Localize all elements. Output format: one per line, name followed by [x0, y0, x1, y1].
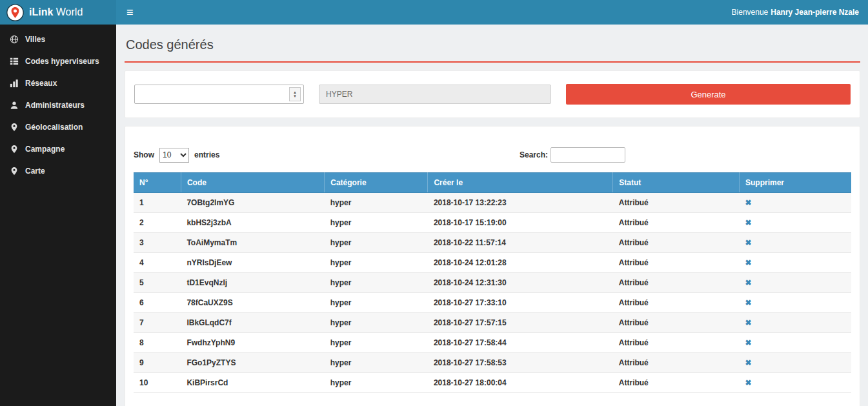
delete-icon[interactable]: ✖ [745, 218, 752, 227]
sidebar-item-villes[interactable]: Villes [0, 28, 116, 50]
table-row: 10KiBPirsrCdhyper2018-10-27 18:00:04Attr… [134, 373, 851, 393]
map-marker-icon [9, 123, 19, 132]
delete-icon[interactable]: ✖ [745, 198, 752, 207]
hamburger-menu-icon[interactable]: ≡ [116, 0, 144, 25]
delete-icon[interactable]: ✖ [745, 358, 752, 367]
sidebar-item-geolocalisation[interactable]: Géolocalisation [0, 116, 116, 138]
cell-code: FGo1PyZTYS [181, 353, 324, 373]
cell-category: hyper [325, 213, 428, 233]
cell-num: 10 [134, 373, 181, 393]
top-bar: iLink World ≡ Bienvenue Hanry Jean-pierr… [0, 0, 868, 25]
cell-num: 9 [134, 353, 181, 373]
bar-chart-icon [9, 79, 19, 88]
cell-delete: ✖ [740, 313, 852, 333]
user-name[interactable]: Hanry Jean-pierre Nzale [771, 8, 859, 17]
cell-delete: ✖ [740, 193, 852, 213]
cell-num: 1 [134, 193, 181, 213]
column-header-categorie[interactable]: Catégorie [325, 173, 428, 193]
column-header-num[interactable]: N° [134, 173, 181, 193]
cell-num: 2 [134, 213, 181, 233]
brand-secondary: World [56, 6, 83, 17]
cell-created: 2018-10-27 17:33:10 [428, 293, 613, 313]
cell-status: Attribué [613, 293, 740, 313]
column-header-code[interactable]: Code [181, 173, 324, 193]
brand-primary: iLink [29, 6, 53, 17]
sidebar-item-carte[interactable]: Carte [0, 160, 116, 182]
cell-created: 2018-10-27 17:57:15 [428, 313, 613, 333]
welcome-area: Bienvenue Hanry Jean-pierre Nzale [732, 0, 868, 25]
cell-code: FwdhzYphN9 [181, 333, 324, 353]
brand-text: iLink World [29, 6, 83, 18]
cell-code: KiBPirsrCd [181, 373, 324, 393]
sidebar-item-label: Géolocalisation [25, 123, 83, 132]
title-divider [125, 61, 860, 63]
cell-status: Attribué [613, 193, 740, 213]
search-input[interactable] [550, 147, 625, 163]
cell-category: hyper [325, 253, 428, 273]
sidebar-item-campagne[interactable]: Campagne [0, 138, 116, 160]
codes-table-body: 17OBtg2lmYGhyper2018-10-17 13:22:23Attri… [134, 193, 851, 393]
cell-created: 2018-10-27 17:58:44 [428, 333, 613, 353]
cell-category: hyper [325, 353, 428, 373]
delete-icon[interactable]: ✖ [745, 258, 752, 267]
cell-category: hyper [325, 193, 428, 213]
quantity-input[interactable]: ▲ ▼ [134, 85, 304, 104]
cell-num: 7 [134, 313, 181, 333]
sidebar-item-label: Réseaux [25, 79, 57, 88]
cell-category: hyper [325, 373, 428, 393]
map-marker-icon [9, 167, 19, 176]
cell-code: nYRIsDjEew [181, 253, 324, 273]
delete-icon[interactable]: ✖ [745, 238, 752, 247]
delete-icon[interactable]: ✖ [745, 278, 752, 287]
user-icon [9, 101, 19, 110]
cell-created: 2018-10-22 11:57:14 [428, 233, 613, 253]
cell-num: 6 [134, 293, 181, 313]
brand: iLink World [0, 0, 116, 25]
page-title: Codes générés [126, 37, 860, 52]
cell-status: Attribué [613, 213, 740, 233]
table-row: 7IBkGLqdC7fhyper2018-10-27 17:57:15Attri… [134, 313, 851, 333]
main-content: Codes générés ▲ ▼ Generate Show 10 entri… [116, 25, 868, 406]
column-header-supprimer[interactable]: Supprimer [740, 173, 852, 193]
table-row: 5tD1EvqNzIjhyper2018-10-24 12:31:30Attri… [134, 273, 851, 293]
delete-icon[interactable]: ✖ [745, 378, 752, 387]
cell-code: tD1EvqNzIj [181, 273, 324, 293]
cell-delete: ✖ [740, 273, 852, 293]
category-input[interactable] [319, 85, 551, 104]
table-row: 9FGo1PyZTYShyper2018-10-27 17:58:53Attri… [134, 353, 851, 373]
spinner-down-icon[interactable]: ▼ [293, 94, 297, 98]
sidebar-item-administrateurs[interactable]: Administrateurs [0, 94, 116, 116]
cell-status: Attribué [613, 313, 740, 333]
cell-category: hyper [325, 313, 428, 333]
sidebar-item-label: Campagne [25, 145, 65, 154]
column-header-creer-le[interactable]: Créer le [428, 173, 613, 193]
cell-status: Attribué [613, 273, 740, 293]
table-panel: Show 10 entries Search: N° Code Catégori… [125, 126, 860, 406]
page-length-select[interactable]: 10 [159, 148, 189, 163]
cell-status: Attribué [613, 233, 740, 253]
cell-delete: ✖ [740, 213, 852, 233]
table-header-row: N° Code Catégorie Créer le Statut Suppri… [134, 173, 851, 193]
search-label: Search: [520, 150, 548, 159]
cell-created: 2018-10-24 12:31:30 [428, 273, 613, 293]
spinner-buttons[interactable]: ▲ ▼ [289, 87, 301, 101]
sidebar-item-reseaux[interactable]: Réseaux [0, 72, 116, 94]
cell-num: 8 [134, 333, 181, 353]
table-row: 2kbHS2j3zbAhyper2018-10-17 15:19:00Attri… [134, 213, 851, 233]
generate-button[interactable]: Generate [566, 84, 851, 105]
globe-icon [9, 35, 19, 44]
delete-icon[interactable]: ✖ [745, 338, 752, 347]
welcome-prefix: Bienvenue [732, 8, 769, 17]
table-row: 17OBtg2lmYGhyper2018-10-17 13:22:23Attri… [134, 193, 851, 213]
sidebar-item-codes-hyperviseurs[interactable]: Codes hyperviseurs [0, 50, 116, 72]
cell-status: Attribué [613, 333, 740, 353]
cell-status: Attribué [613, 253, 740, 273]
table-row: 8FwdhzYphN9hyper2018-10-27 17:58:44Attri… [134, 333, 851, 353]
delete-icon[interactable]: ✖ [745, 298, 752, 307]
cell-code: kbHS2j3zbA [181, 213, 324, 233]
table-controls: Show 10 entries Search: [134, 147, 851, 163]
column-header-statut[interactable]: Statut [613, 173, 740, 193]
delete-icon[interactable]: ✖ [745, 318, 752, 327]
generator-panel: ▲ ▼ Generate [125, 70, 860, 118]
sidebar-item-label: Administrateurs [25, 101, 85, 110]
